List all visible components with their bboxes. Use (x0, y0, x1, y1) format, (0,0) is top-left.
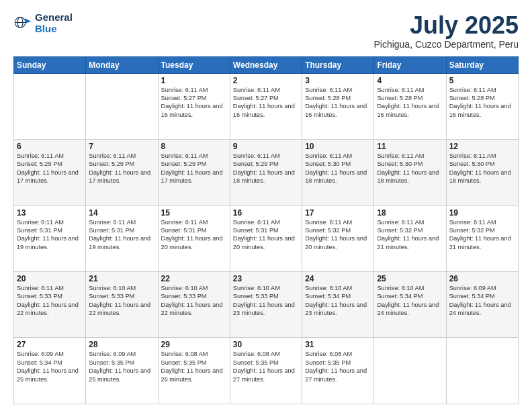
calendar-cell-20: 19Sunrise: 6:11 AMSunset: 5:32 PMDayligh… (446, 205, 518, 271)
day-number: 22 (161, 274, 227, 283)
day-info: Sunrise: 6:10 AMSunset: 5:33 PMDaylight:… (89, 284, 154, 318)
day-info: Sunrise: 6:10 AMSunset: 5:33 PMDaylight:… (161, 284, 227, 318)
calendar-cell-12: 11Sunrise: 6:11 AMSunset: 5:30 PMDayligh… (374, 140, 446, 205)
calendar-cell-27: 26Sunrise: 6:09 AMSunset: 5:34 PMDayligh… (446, 272, 518, 338)
day-info: Sunrise: 6:11 AMSunset: 5:31 PMDaylight:… (233, 218, 299, 252)
calendar-cell-21: 20Sunrise: 6:11 AMSunset: 5:33 PMDayligh… (14, 272, 86, 338)
logo-blue: Blue (35, 24, 73, 35)
calendar-cell-17: 16Sunrise: 6:11 AMSunset: 5:31 PMDayligh… (230, 205, 302, 271)
day-info: Sunrise: 6:11 AMSunset: 5:28 PMDaylight:… (449, 86, 515, 120)
col-header-tuesday: Tuesday (158, 56, 230, 73)
logo-general: General (35, 12, 73, 24)
col-header-thursday: Thursday (302, 56, 374, 73)
calendar-cell-22: 21Sunrise: 6:10 AMSunset: 5:33 PMDayligh… (86, 272, 158, 338)
day-number: 26 (449, 274, 515, 283)
day-number: 1 (161, 76, 227, 85)
title-block: July 2025 Pichigua, Cuzco Department, Pe… (373, 12, 519, 50)
day-number: 17 (305, 208, 371, 218)
calendar-week-3: 13Sunrise: 6:11 AMSunset: 5:31 PMDayligh… (14, 205, 519, 271)
day-info: Sunrise: 6:11 AMSunset: 5:27 PMDaylight:… (161, 86, 227, 120)
day-number: 27 (17, 340, 83, 349)
day-info: Sunrise: 6:08 AMSunset: 5:35 PMDaylight:… (233, 350, 299, 383)
day-info: Sunrise: 6:11 AMSunset: 5:30 PMDaylight:… (305, 152, 371, 185)
calendar-cell-24: 23Sunrise: 6:10 AMSunset: 5:33 PMDayligh… (230, 272, 302, 338)
calendar-cell-8: 7Sunrise: 6:11 AMSunset: 5:29 PMDaylight… (86, 140, 158, 205)
day-number: 28 (89, 340, 154, 349)
day-info: Sunrise: 6:10 AMSunset: 5:33 PMDaylight:… (233, 284, 299, 318)
day-number: 8 (161, 142, 227, 151)
calendar-table: SundayMondayTuesdayWednesdayThursdayFrid… (13, 56, 519, 404)
day-number: 29 (161, 340, 227, 349)
day-info: Sunrise: 6:11 AMSunset: 5:29 PMDaylight:… (233, 152, 299, 185)
calendar-cell-28: 27Sunrise: 6:09 AMSunset: 5:34 PMDayligh… (14, 338, 86, 404)
calendar-cell-11: 10Sunrise: 6:11 AMSunset: 5:30 PMDayligh… (302, 140, 374, 205)
day-number: 13 (17, 208, 83, 218)
day-number: 10 (305, 142, 371, 151)
calendar-header-row: SundayMondayTuesdayWednesdayThursdayFrid… (14, 56, 519, 73)
day-number: 30 (233, 340, 299, 349)
day-info: Sunrise: 6:11 AMSunset: 5:27 PMDaylight:… (233, 86, 299, 120)
calendar-cell-16: 15Sunrise: 6:11 AMSunset: 5:31 PMDayligh… (158, 205, 230, 271)
calendar-week-5: 27Sunrise: 6:09 AMSunset: 5:34 PMDayligh… (14, 338, 519, 404)
calendar-cell-19: 18Sunrise: 6:11 AMSunset: 5:32 PMDayligh… (374, 205, 446, 271)
day-number: 4 (377, 76, 443, 85)
col-header-saturday: Saturday (446, 56, 518, 73)
day-info: Sunrise: 6:11 AMSunset: 5:29 PMDaylight:… (89, 152, 154, 185)
calendar-week-1: 1Sunrise: 6:11 AMSunset: 5:27 PMDaylight… (14, 73, 519, 139)
logo-text-block: General Blue (35, 12, 73, 34)
day-info: Sunrise: 6:11 AMSunset: 5:31 PMDaylight:… (89, 218, 154, 252)
day-info: Sunrise: 6:11 AMSunset: 5:29 PMDaylight:… (161, 152, 227, 185)
calendar-cell-33 (374, 338, 446, 404)
calendar-cell-9: 8Sunrise: 6:11 AMSunset: 5:29 PMDaylight… (158, 140, 230, 205)
day-info: Sunrise: 6:11 AMSunset: 5:32 PMDaylight:… (449, 218, 515, 252)
calendar-cell-7: 6Sunrise: 6:11 AMSunset: 5:29 PMDaylight… (14, 140, 86, 205)
calendar-cell-23: 22Sunrise: 6:10 AMSunset: 5:33 PMDayligh… (158, 272, 230, 338)
logo-icon (13, 14, 32, 33)
header: General Blue July 2025 Pichigua, Cuzco D… (13, 12, 519, 50)
calendar-cell-3: 2Sunrise: 6:11 AMSunset: 5:27 PMDaylight… (230, 73, 302, 139)
day-info: Sunrise: 6:11 AMSunset: 5:28 PMDaylight:… (377, 86, 443, 120)
day-number: 31 (305, 340, 371, 349)
day-number: 2 (233, 76, 299, 85)
col-header-wednesday: Wednesday (230, 56, 302, 73)
day-number: 3 (305, 76, 371, 85)
calendar-cell-29: 28Sunrise: 6:09 AMSunset: 5:35 PMDayligh… (86, 338, 158, 404)
day-number: 11 (377, 142, 443, 151)
day-info: Sunrise: 6:10 AMSunset: 5:34 PMDaylight:… (305, 284, 371, 318)
day-info: Sunrise: 6:09 AMSunset: 5:34 PMDaylight:… (17, 350, 83, 383)
calendar-cell-18: 17Sunrise: 6:11 AMSunset: 5:32 PMDayligh… (302, 205, 374, 271)
day-number: 18 (377, 208, 443, 218)
day-info: Sunrise: 6:11 AMSunset: 5:29 PMDaylight:… (17, 152, 83, 185)
day-info: Sunrise: 6:08 AMSunset: 5:35 PMDaylight:… (305, 350, 371, 383)
day-number: 20 (17, 274, 83, 283)
day-info: Sunrise: 6:11 AMSunset: 5:28 PMDaylight:… (305, 86, 371, 120)
calendar-week-2: 6Sunrise: 6:11 AMSunset: 5:29 PMDaylight… (14, 140, 519, 205)
page: General Blue July 2025 Pichigua, Cuzco D… (0, 0, 532, 411)
day-info: Sunrise: 6:11 AMSunset: 5:30 PMDaylight:… (449, 152, 515, 185)
calendar-cell-31: 30Sunrise: 6:08 AMSunset: 5:35 PMDayligh… (230, 338, 302, 404)
calendar-cell-26: 25Sunrise: 6:10 AMSunset: 5:34 PMDayligh… (374, 272, 446, 338)
calendar-cell-14: 13Sunrise: 6:11 AMSunset: 5:31 PMDayligh… (14, 205, 86, 271)
day-number: 24 (305, 274, 371, 283)
day-info: Sunrise: 6:11 AMSunset: 5:32 PMDaylight:… (377, 218, 443, 252)
calendar-cell-13: 12Sunrise: 6:11 AMSunset: 5:30 PMDayligh… (446, 140, 518, 205)
calendar-cell-6: 5Sunrise: 6:11 AMSunset: 5:28 PMDaylight… (446, 73, 518, 139)
logo: General Blue (13, 12, 73, 34)
calendar-cell-10: 9Sunrise: 6:11 AMSunset: 5:29 PMDaylight… (230, 140, 302, 205)
day-info: Sunrise: 6:11 AMSunset: 5:32 PMDaylight:… (305, 218, 371, 252)
day-number: 23 (233, 274, 299, 283)
subtitle: Pichigua, Cuzco Department, Peru (373, 39, 519, 50)
day-number: 25 (377, 274, 443, 283)
day-info: Sunrise: 6:09 AMSunset: 5:35 PMDaylight:… (89, 350, 154, 383)
col-header-monday: Monday (86, 56, 158, 73)
calendar-cell-30: 29Sunrise: 6:08 AMSunset: 5:35 PMDayligh… (158, 338, 230, 404)
day-info: Sunrise: 6:10 AMSunset: 5:34 PMDaylight:… (377, 284, 443, 318)
calendar-cell-5: 4Sunrise: 6:11 AMSunset: 5:28 PMDaylight… (374, 73, 446, 139)
day-info: Sunrise: 6:11 AMSunset: 5:31 PMDaylight:… (161, 218, 227, 252)
day-number: 19 (449, 208, 515, 218)
calendar-cell-34 (446, 338, 518, 404)
calendar-cell-1 (86, 73, 158, 139)
calendar-cell-25: 24Sunrise: 6:10 AMSunset: 5:34 PMDayligh… (302, 272, 374, 338)
day-info: Sunrise: 6:09 AMSunset: 5:34 PMDaylight:… (449, 284, 515, 318)
col-header-sunday: Sunday (14, 56, 86, 73)
